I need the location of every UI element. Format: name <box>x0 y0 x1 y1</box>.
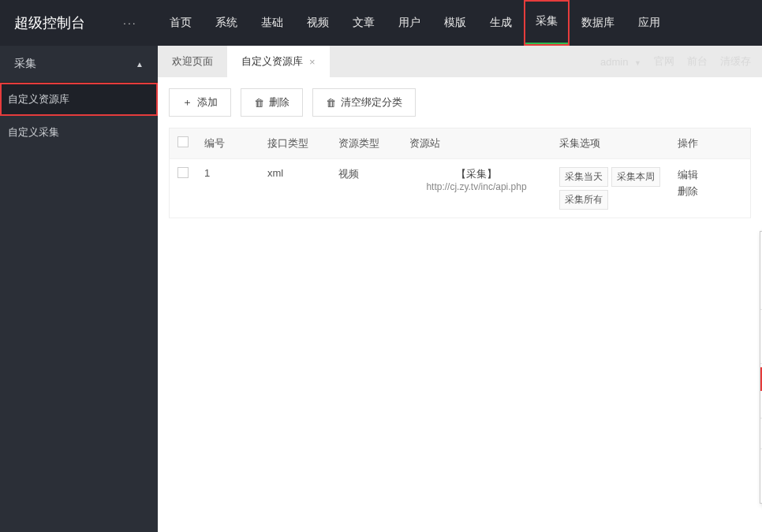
link-official[interactable]: 官网 <box>654 54 674 69</box>
add-label: 添加 <box>197 95 218 110</box>
collect-link[interactable]: 【采集】 <box>409 167 543 181</box>
more-icon[interactable]: ··· <box>109 17 151 29</box>
th-options: 采集选项 <box>551 128 670 159</box>
tabs-right: admin ▼ 官网 前台 清缓存 <box>600 46 751 77</box>
collect-week-button[interactable]: 采集本周 <box>611 167 660 187</box>
table-header-row: 编号 接口类型 资源类型 资源站 采集选项 操作 <box>170 128 751 159</box>
checkbox-all[interactable] <box>177 136 189 147</box>
topnav-item-1[interactable]: 系统 <box>204 0 249 46</box>
resource-table: 编号 接口类型 资源类型 资源站 采集选项 操作 1 xml 视频 <box>169 128 751 218</box>
checkbox-row[interactable] <box>177 167 189 178</box>
collect-today-button[interactable]: 采集当天 <box>559 167 608 187</box>
cell-site: 【采集】 http://cj.zy.tv/inc/api.php <box>402 159 551 218</box>
chevron-up-icon: ▲ <box>136 60 144 69</box>
th-site: 资源站 <box>402 128 551 159</box>
main: 欢迎页面自定义资源库× admin ▼ 官网 前台 清缓存 ＋ 添加 🗑 删 <box>158 46 762 532</box>
sidebar-item-0[interactable]: 自定义资源库 <box>0 83 158 116</box>
sidebar-section-label: 采集 <box>14 57 36 71</box>
cell-ops: 编辑 删除 <box>670 159 751 218</box>
cell-id: 1 <box>196 159 260 218</box>
topnav-item-10[interactable]: 应用 <box>626 0 672 46</box>
table-row: 1 xml 视频 【采集】 http://cj.zy.tv/inc/api.ph… <box>170 159 751 218</box>
plus-icon: ＋ <box>182 95 192 110</box>
edit-link[interactable]: 编辑 <box>678 167 742 184</box>
clear-binding-button[interactable]: 🗑 清空绑定分类 <box>312 88 416 117</box>
topnav-item-6[interactable]: 模版 <box>432 0 478 46</box>
tabs-row: 欢迎页面自定义资源库× admin ▼ 官网 前台 清缓存 <box>158 46 762 77</box>
topbar: 超级控制台 ··· 首页系统基础视频文章用户模版生成采集数据库应用 <box>0 0 762 46</box>
cell-options: 采集当天 采集本周 采集所有 <box>551 159 670 218</box>
sidebar-item-1[interactable]: 自定义采集 <box>0 116 158 149</box>
delete-link[interactable]: 删除 <box>678 184 742 200</box>
sidebar-section-collect[interactable]: 采集 ▲ <box>0 46 158 83</box>
topnav-item-5[interactable]: 用户 <box>387 0 432 46</box>
tab-1[interactable]: 自定义资源库× <box>227 46 330 77</box>
tab-label: 欢迎页面 <box>172 54 213 69</box>
chevron-down-icon: ▼ <box>634 59 641 67</box>
cell-apitype: xml <box>260 159 331 218</box>
user-menu[interactable]: admin ▼ <box>600 56 641 68</box>
add-button[interactable]: ＋ 添加 <box>169 88 231 117</box>
topnav-item-7[interactable]: 生成 <box>478 0 524 46</box>
trash-icon: 🗑 <box>326 97 336 109</box>
body: 采集 ▲ 自定义资源库自定义采集 欢迎页面自定义资源库× admin ▼ 官网 … <box>0 46 762 532</box>
tab-label: 自定义资源库 <box>241 54 303 69</box>
topnav-item-4[interactable]: 文章 <box>341 0 387 46</box>
clear-label: 清空绑定分类 <box>341 95 402 110</box>
link-clearcache[interactable]: 清缓存 <box>720 54 751 69</box>
topnav-item-3[interactable]: 视频 <box>295 0 341 46</box>
th-ops: 操作 <box>670 128 751 159</box>
topnav-item-8[interactable]: 采集 <box>524 0 570 46</box>
th-apitype: 接口类型 <box>260 128 331 159</box>
th-id: 编号 <box>196 128 260 159</box>
close-icon[interactable]: × <box>309 56 316 68</box>
user-label: admin <box>600 56 628 68</box>
content: ＋ 添加 🗑 删除 🗑 清空绑定分类 编号 接口类型 <box>158 77 762 532</box>
tab-0[interactable]: 欢迎页面 <box>158 46 227 77</box>
th-restype: 资源类型 <box>331 128 402 159</box>
api-url[interactable]: http://cj.zy.tv/inc/api.php <box>409 181 543 192</box>
topnav-item-2[interactable]: 基础 <box>249 0 295 46</box>
cell-restype: 视频 <box>331 159 402 218</box>
collect-all-button[interactable]: 采集所有 <box>559 190 608 210</box>
link-frontend[interactable]: 前台 <box>687 54 708 69</box>
trash-icon: 🗑 <box>254 97 264 109</box>
toolbar: ＋ 添加 🗑 删除 🗑 清空绑定分类 <box>169 88 751 117</box>
brand-title: 超级控制台 <box>0 13 109 32</box>
delete-button[interactable]: 🗑 删除 <box>241 88 303 117</box>
topnav-item-9[interactable]: 数据库 <box>570 0 626 46</box>
delete-label: 删除 <box>269 95 289 110</box>
sidebar: 采集 ▲ 自定义资源库自定义采集 <box>0 46 158 532</box>
topnav-item-0[interactable]: 首页 <box>158 0 204 46</box>
topnav: 首页系统基础视频文章用户模版生成采集数据库应用 <box>158 0 672 46</box>
